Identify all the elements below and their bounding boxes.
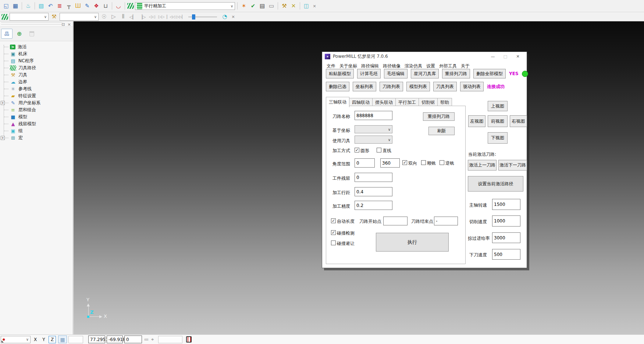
tree-item-toolpaths[interactable]: 刀具路径 <box>0 64 73 71</box>
execute-button[interactable]: 执行 <box>376 233 449 252</box>
pause-icon[interactable]: Ⅱ <box>119 13 127 21</box>
angle-from-input[interactable] <box>355 158 375 168</box>
menu-file[interactable]: 文件 <box>327 63 335 69</box>
rapid-move-icon[interactable]: ↶ <box>46 2 54 10</box>
save-icon[interactable]: ▦ <box>11 2 19 10</box>
open-file-icon[interactable]: ◱ <box>2 2 10 10</box>
menu-about[interactable]: 关于 <box>461 63 470 69</box>
toolpath-name-input[interactable] <box>355 111 392 120</box>
explorer-trash-tab[interactable] <box>26 29 38 39</box>
delete-all-models-button[interactable]: 删除全部模型 <box>473 69 506 78</box>
activate-next-button[interactable]: 激活下一刀路 <box>498 160 527 171</box>
set-active-path-button[interactable]: 设置当前激活路径 <box>468 176 523 192</box>
cylinders-icon[interactable]: ◫ <box>302 2 310 10</box>
plunge-feed-input[interactable] <box>492 249 520 260</box>
base-coord-select[interactable]: ∨ <box>355 125 392 133</box>
tree-item-machine[interactable]: ▣ 机床 <box>0 50 73 57</box>
pattern-lines-icon[interactable]: ≣ <box>56 2 64 10</box>
entity-dropdown[interactable]: ● ∨ <box>1 336 31 343</box>
sim-toolpath-dropdown[interactable]: ∨ <box>10 13 49 21</box>
tree-item-group[interactable]: ▣ 组 <box>0 127 73 134</box>
start-point-input[interactable] <box>383 217 408 225</box>
sim-toolbar-close-icon[interactable]: × <box>230 14 236 20</box>
tree-item-rest-model[interactable]: ▲ 残留模型 <box>0 120 73 127</box>
axis-z-toggle[interactable]: Z <box>49 336 56 343</box>
tolerance-input[interactable] <box>355 201 392 210</box>
ruler-icon[interactable]: ▭ <box>267 2 275 10</box>
toolpath-spring-icon[interactable] <box>127 3 134 9</box>
panel-restore-icon[interactable]: ⊡ <box>60 21 66 27</box>
collision-avoid-checkbox[interactable] <box>331 241 336 245</box>
view-front-button[interactable]: 前视图 <box>488 115 508 127</box>
tree-item-tools[interactable]: ⚒ 刀具 <box>0 71 73 78</box>
to-start-icon[interactable]: ▏◁◁ <box>167 13 175 21</box>
minimize-button[interactable]: — <box>487 53 499 60</box>
refresh-button[interactable]: 刷新 <box>428 127 455 135</box>
view-top-button[interactable]: 上视图 <box>488 101 508 111</box>
tree-item-ref-line[interactable]: ✳ 参考线 <box>0 85 73 92</box>
tree-item-feature-set[interactable]: ▰ 特征设置 <box>0 92 73 99</box>
toolpath-spring-icon[interactable] <box>1 14 8 20</box>
sim-tool-dropdown[interactable]: ∨ <box>60 13 99 21</box>
panel-close-icon[interactable]: × <box>66 21 72 27</box>
tree-item-nc-program[interactable]: ▤ NC程序 <box>0 57 73 64</box>
axis-y-toggle[interactable]: Y <box>40 336 47 343</box>
close-button[interactable]: ✕ <box>512 53 524 60</box>
to-end-icon[interactable]: ▷▷▏ <box>177 13 185 21</box>
stepover-input[interactable] <box>355 187 392 196</box>
coord-list-button[interactable]: 坐标列表 <box>353 82 376 91</box>
stock-input[interactable] <box>355 173 392 182</box>
pause-log-icon[interactable] <box>186 336 192 343</box>
toolbar-close-icon[interactable]: × <box>312 3 317 9</box>
skim-feed-input[interactable] <box>492 232 520 243</box>
collision-check-checkbox[interactable]: ✓ <box>331 230 336 235</box>
toolpath-list-button[interactable]: 刀路列表 <box>380 82 403 91</box>
tree-item-macro[interactable]: + ⊞ 宏 <box>0 134 73 141</box>
block-icon[interactable]: ▧ <box>37 2 45 10</box>
menu-settings[interactable]: 设置 <box>426 63 435 69</box>
collision-check-icon[interactable]: Ш <box>74 2 82 10</box>
draw-pencil-icon[interactable]: ✎ <box>83 2 91 10</box>
tree-item-levels[interactable]: ≡ 层和组合 <box>0 106 73 113</box>
locator-icon[interactable]: ⌖ <box>151 337 154 343</box>
menu-path-edit[interactable]: 路径编辑 <box>361 63 379 69</box>
drive-list-button[interactable]: 驱动列表 <box>460 82 484 91</box>
simulation-speed-slider[interactable] <box>188 14 217 20</box>
conventional-checkbox[interactable] <box>440 160 444 165</box>
coord-list-icon[interactable]: ≔ <box>144 337 149 342</box>
expand-icon[interactable]: + <box>1 136 5 140</box>
star-burst-icon[interactable]: ✶ <box>240 2 248 10</box>
speed-dial-icon[interactable]: ◔ <box>221 13 229 21</box>
bidirectional-checkbox[interactable]: ✓ <box>402 160 407 165</box>
lead-arc-icon[interactable]: ◡ <box>114 2 122 10</box>
menu-external-tools[interactable]: 外部工具 <box>439 63 457 69</box>
tree-item-activate[interactable]: > 激活 <box>0 43 73 50</box>
menu-render-sim[interactable]: 渲染仿真 <box>405 63 422 69</box>
bulb-icon[interactable]: ☉ <box>100 13 108 21</box>
climb-checkbox[interactable] <box>421 160 426 165</box>
points-icon[interactable]: ❖ <box>92 2 100 10</box>
strategy-dropdown[interactable]: 平行精加工 ∨ <box>135 2 235 10</box>
tools-pair-icon[interactable]: ⚒ <box>280 2 288 10</box>
tool-list-button[interactable]: 刀具列表 <box>433 82 457 91</box>
view-bottom-button[interactable]: 下视图 <box>488 132 508 144</box>
view-right-button[interactable]: 右视图 <box>510 115 527 127</box>
menu-coords[interactable]: 关于坐标 <box>339 63 357 69</box>
view-left-button[interactable]: 左视图 <box>468 115 485 127</box>
fast-forward-icon[interactable]: ▷▷ <box>157 13 166 21</box>
calc-block-button[interactable]: 计算毛坯 <box>357 69 381 78</box>
menu-path-mirror[interactable]: 路径镜像 <box>383 63 401 69</box>
tree-item-ucs[interactable]: + ✎ 用户坐标系 <box>0 99 73 106</box>
use-tool-select[interactable]: ∨ <box>355 136 392 144</box>
reorder-button[interactable]: 重排列刀路 <box>423 112 455 121</box>
slider-handle[interactable] <box>192 14 195 20</box>
verify-check-icon[interactable]: ✔ <box>249 2 257 10</box>
grid-toggle[interactable]: ▦ <box>58 336 67 343</box>
rewind-icon[interactable]: ◁◁ <box>148 13 156 21</box>
tool-library-button[interactable]: 星河刀具库 <box>411 69 439 78</box>
line-checkbox[interactable] <box>377 148 381 152</box>
explorer-tree-tab[interactable]: 品 <box>1 29 13 39</box>
reorder-toolpath-button[interactable]: 重排列刀路 <box>442 69 470 78</box>
model-list-button[interactable]: 模型列表 <box>406 82 430 91</box>
expand-icon[interactable]: + <box>1 101 5 105</box>
